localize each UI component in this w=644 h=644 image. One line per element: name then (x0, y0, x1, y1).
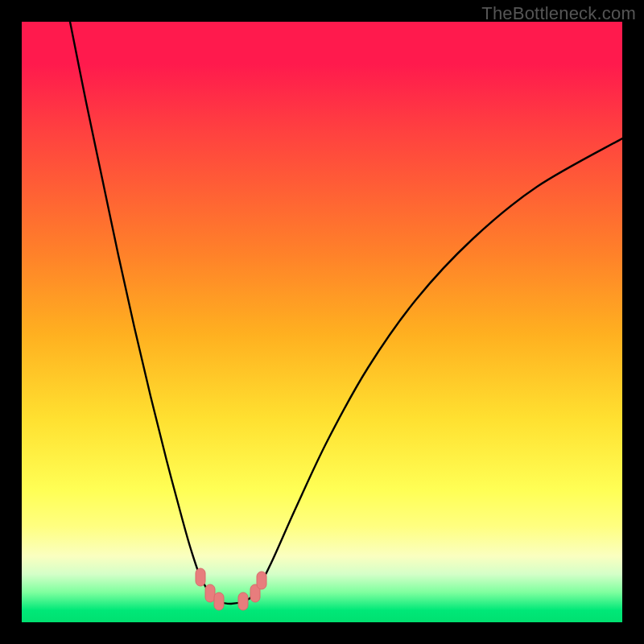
curve-marker (214, 592, 224, 610)
chart-plot-area (22, 22, 622, 622)
curve-marker (257, 572, 266, 589)
curve-marker (238, 592, 248, 610)
curve-marker (205, 584, 215, 602)
curve-path (70, 22, 622, 604)
bottleneck-curve (22, 22, 622, 622)
curve-marker (196, 568, 205, 586)
